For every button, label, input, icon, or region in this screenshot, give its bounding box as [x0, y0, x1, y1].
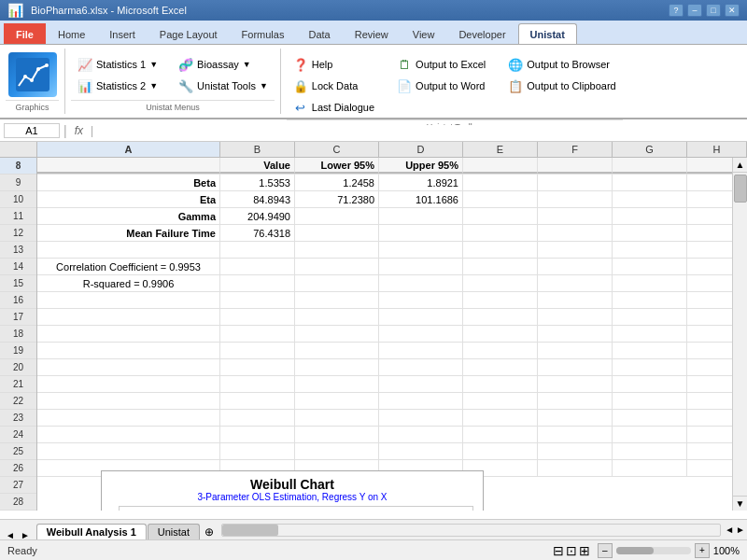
row-num-10[interactable]: 10	[0, 191, 36, 208]
cell-e12[interactable]	[463, 225, 538, 241]
cell-g9[interactable]	[613, 175, 687, 190]
cell-g8[interactable]	[613, 158, 687, 174]
cell-c15[interactable]	[295, 275, 379, 291]
row-num-23[interactable]: 23	[0, 410, 36, 427]
tab-view[interactable]: View	[401, 23, 447, 44]
row-num-25[interactable]: 25	[0, 443, 36, 460]
scroll-thumb[interactable]	[734, 175, 747, 203]
row-num-19[interactable]: 19	[0, 343, 36, 359]
window-minimize-btn[interactable]: –	[687, 4, 702, 17]
cell-a9[interactable]: Beta	[37, 175, 220, 190]
cell-c8[interactable]: Lower 95%	[295, 158, 379, 174]
row-num-12[interactable]: 12	[0, 225, 36, 242]
cell-d12[interactable]	[379, 225, 463, 241]
weibull-chart[interactable]: Weibull Chart 3-Parameter OLS Estimation…	[101, 470, 484, 511]
sheet-nav-left[interactable]: ◄	[4, 530, 17, 540]
cell-reference-input[interactable]	[4, 123, 60, 138]
row-num-18[interactable]: 18	[0, 326, 36, 343]
cell-f8[interactable]	[538, 158, 613, 174]
cell-g13[interactable]	[613, 242, 687, 258]
cell-e11[interactable]	[463, 208, 538, 224]
zoom-in-btn[interactable]: +	[695, 543, 710, 558]
cell-b10[interactable]: 84.8943	[220, 191, 295, 207]
add-sheet-btn[interactable]: ⊕	[201, 524, 218, 540]
sheet-nav-right[interactable]: ►	[19, 530, 32, 540]
cell-b12[interactable]: 76.4318	[220, 225, 295, 241]
cell-g12[interactable]	[613, 225, 687, 241]
cell-b15[interactable]	[220, 275, 295, 291]
row-num-15[interactable]: 15	[0, 275, 36, 292]
cell-g10[interactable]	[613, 191, 687, 207]
zoom-out-btn[interactable]: –	[598, 543, 613, 558]
cell-f11[interactable]	[538, 208, 613, 224]
statistics1-btn[interactable]: 📈 Statistics 1 ▼	[71, 54, 164, 75]
cell-d10[interactable]: 101.1686	[379, 191, 463, 207]
col-header-c[interactable]: C	[295, 142, 379, 157]
cell-e10[interactable]	[463, 191, 538, 207]
output-excel-btn[interactable]: 🗒 Output to Excel	[390, 54, 492, 75]
row-num-8[interactable]: 8	[0, 158, 36, 175]
row-num-13[interactable]: 13	[0, 242, 36, 259]
scroll-left-btn[interactable]: ◄	[725, 525, 734, 535]
normal-view-btn[interactable]: ⊟	[553, 543, 564, 558]
row-num-17[interactable]: 17	[0, 309, 36, 326]
cell-d8[interactable]: Upper 95%	[379, 158, 463, 174]
help-btn[interactable]: ❓ Help	[287, 54, 381, 75]
scroll-up-btn[interactable]: ▲	[733, 158, 747, 173]
scroll-right-btn[interactable]: ►	[736, 525, 745, 535]
row-num-27[interactable]: 27	[0, 477, 36, 494]
tab-file[interactable]: File	[4, 23, 46, 44]
window-help-btn[interactable]: ?	[669, 4, 684, 17]
sheet-tab-unistat[interactable]: Unistat	[148, 524, 200, 540]
cell-c13[interactable]	[295, 242, 379, 258]
tab-developer[interactable]: Developer	[446, 23, 517, 44]
col-header-b[interactable]: B	[220, 142, 295, 157]
zoom-slider[interactable]	[616, 547, 691, 554]
output-word-btn[interactable]: 📄 Output to Word	[390, 76, 492, 96]
tab-formulas[interactable]: Formulas	[230, 23, 297, 44]
cell-a11[interactable]: Gamma	[37, 208, 220, 224]
cell-e8[interactable]	[463, 158, 538, 174]
vertical-scrollbar[interactable]: ▲ ▼	[732, 158, 747, 511]
cell-e15[interactable]	[463, 275, 538, 291]
cell-c9[interactable]: 1.2458	[295, 175, 379, 190]
cell-e13[interactable]	[463, 242, 538, 258]
output-clipboard-btn[interactable]: 📋 Output to Clipboard	[501, 76, 622, 96]
cell-f10[interactable]	[538, 191, 613, 207]
col-header-a[interactable]: A	[37, 142, 220, 157]
cell-c11[interactable]	[295, 208, 379, 224]
row-num-11[interactable]: 11	[0, 208, 36, 225]
cell-d13[interactable]	[379, 242, 463, 258]
cell-f15[interactable]	[538, 275, 613, 291]
cell-a14[interactable]: Correlation Coefficient = 0.9953	[37, 259, 220, 274]
cell-e9[interactable]	[463, 175, 538, 190]
cell-b13[interactable]	[220, 242, 295, 258]
cell-b14[interactable]	[220, 259, 295, 274]
tab-home[interactable]: Home	[46, 23, 97, 44]
window-close-btn[interactable]: ✕	[725, 4, 740, 17]
window-maximize-btn[interactable]: □	[706, 4, 721, 17]
cell-a10[interactable]: Eta	[37, 191, 220, 207]
cell-d14[interactable]	[379, 259, 463, 274]
output-browser-btn[interactable]: 🌐 Output to Browser	[501, 54, 622, 75]
tab-unistat[interactable]: Unistat	[518, 23, 577, 44]
cell-c10[interactable]: 71.2380	[295, 191, 379, 207]
row-num-26[interactable]: 26	[0, 460, 36, 477]
row-num-16[interactable]: 16	[0, 292, 36, 309]
tab-insert[interactable]: Insert	[97, 23, 148, 44]
col-header-d[interactable]: D	[379, 142, 463, 157]
row-num-24[interactable]: 24	[0, 427, 36, 443]
bioassay-btn[interactable]: 🧬 Bioassay ▼	[172, 54, 275, 75]
last-dialogue-btn[interactable]: ↩ Last Dialogue	[287, 97, 381, 118]
cell-c12[interactable]	[295, 225, 379, 241]
cell-d9[interactable]: 1.8921	[379, 175, 463, 190]
lock-data-btn[interactable]: 🔒 Lock Data	[287, 76, 381, 96]
formula-input[interactable]: Weibull Analysis	[97, 125, 743, 136]
cell-f14[interactable]	[538, 259, 613, 274]
col-header-e[interactable]: E	[463, 142, 538, 157]
cell-a8[interactable]	[37, 158, 220, 174]
row-num-20[interactable]: 20	[0, 359, 36, 376]
tab-page-layout[interactable]: Page Layout	[148, 23, 230, 44]
graphics-button[interactable]	[8, 52, 57, 97]
row-num-21[interactable]: 21	[0, 376, 36, 393]
